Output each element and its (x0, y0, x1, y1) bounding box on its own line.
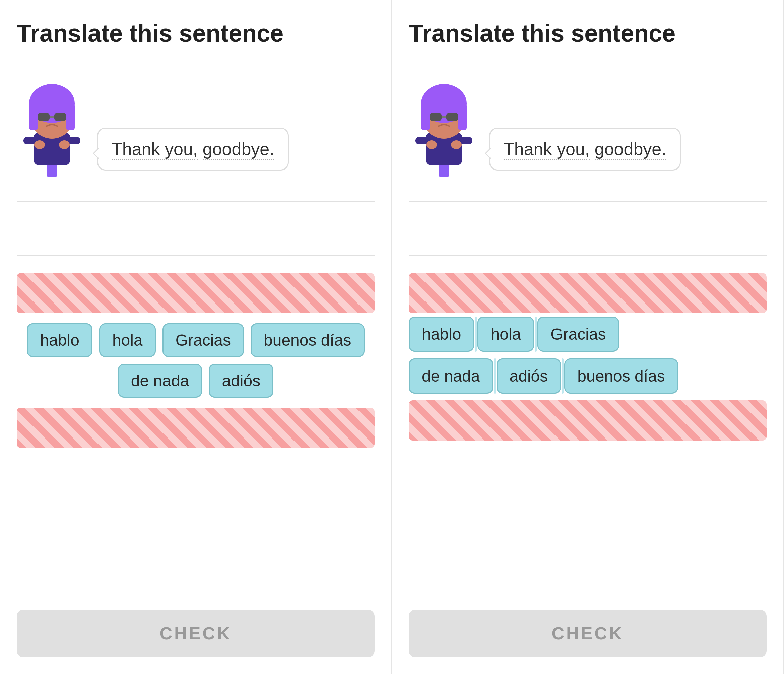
sep-1 (475, 317, 477, 352)
right-speech-text-1: Thank you, (504, 139, 590, 160)
svg-rect-26 (446, 113, 458, 121)
left-divider-1 (17, 201, 375, 202)
chip-buenos-dias-left[interactable]: buenos días (250, 323, 364, 357)
right-striped-top (409, 273, 767, 313)
right-answer-area (409, 212, 767, 245)
left-speech-text-1: Thank you, (112, 139, 198, 160)
right-divider-1 (409, 201, 767, 202)
chip-gracias-left[interactable]: Gracias (162, 323, 244, 357)
svg-rect-24 (458, 104, 467, 130)
svg-rect-9 (29, 104, 38, 130)
chip-hola-right[interactable]: hola (478, 317, 534, 352)
left-panel-title: Translate this sentence (17, 20, 375, 47)
right-panel: Translate this sentence (392, 0, 784, 674)
chip-adios-left[interactable]: adiós (209, 364, 274, 398)
svg-rect-27 (442, 116, 446, 118)
sep-2 (535, 317, 537, 352)
right-speech-bubble: Thank you, goodbye. (489, 127, 681, 171)
svg-point-18 (426, 140, 437, 149)
left-speech-bubble: Thank you, goodbye. (97, 127, 289, 171)
left-scene: Thank you, goodbye. (17, 67, 375, 180)
sep-4 (562, 359, 563, 394)
sep-3 (494, 359, 496, 394)
svg-point-4 (34, 140, 45, 149)
right-check-button[interactable]: CHECK (409, 610, 767, 657)
chip-hablo-left[interactable]: hablo (27, 323, 92, 357)
right-word-row-1: hablo hola Gracias (409, 317, 767, 352)
svg-rect-11 (37, 113, 50, 121)
chip-hola-left[interactable]: hola (99, 323, 156, 357)
svg-rect-12 (54, 113, 66, 121)
left-speech-text-2: goodbye. (203, 139, 274, 160)
right-speech-text-2: goodbye. (595, 139, 666, 160)
left-answer-area (17, 212, 375, 245)
left-panel: Translate this sentence (0, 0, 392, 674)
right-panel-title: Translate this sentence (409, 20, 767, 47)
chip-hablo-right[interactable]: hablo (409, 317, 474, 352)
right-divider-2 (409, 255, 767, 256)
left-character (17, 73, 90, 180)
right-word-row-2: de nada adiós buenos días (409, 359, 767, 394)
left-word-bank: hablo hola Gracias buenos días de nada a… (17, 323, 375, 398)
right-word-section: hablo hola Gracias de nada adiós buenos … (409, 270, 767, 444)
right-scene: Thank you, goodbye. (409, 67, 767, 180)
svg-rect-13 (50, 116, 54, 118)
svg-rect-10 (66, 104, 75, 130)
right-character (409, 73, 482, 180)
chip-de-nada-right[interactable]: de nada (409, 359, 493, 394)
chip-de-nada-left[interactable]: de nada (118, 364, 202, 398)
chip-gracias-right[interactable]: Gracias (537, 317, 619, 352)
left-word-section: hablo hola Gracias buenos días de nada a… (17, 270, 375, 451)
chip-adios-right[interactable]: adiós (496, 359, 561, 394)
chip-buenos-dias-right[interactable]: buenos días (564, 359, 678, 394)
right-striped-bottom (409, 400, 767, 441)
left-check-button[interactable]: CHECK (17, 610, 375, 657)
left-striped-top (17, 273, 375, 313)
svg-point-19 (451, 140, 462, 149)
svg-point-5 (59, 140, 70, 149)
svg-rect-25 (429, 113, 442, 121)
left-striped-bottom (17, 408, 375, 448)
svg-rect-23 (421, 104, 430, 130)
left-divider-2 (17, 255, 375, 256)
